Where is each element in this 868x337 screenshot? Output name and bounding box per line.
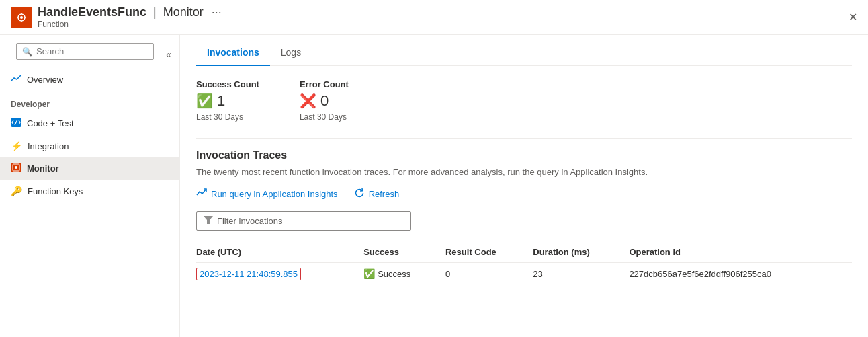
success-badge: ✅ Success <box>363 268 437 279</box>
layout: 🔍 « Overview Developer <box>0 35 868 337</box>
cell-duration: 23 <box>533 263 629 285</box>
cell-result-code: 0 <box>445 263 533 285</box>
divider <box>196 138 852 139</box>
table-header: Date (UTC) Success Result Code Duration … <box>196 241 852 263</box>
success-icon: ✅ <box>196 93 213 109</box>
sidebar-item-label: Monitor <box>27 163 59 174</box>
resource-name: HandleEventsFunc <box>38 5 146 20</box>
integration-icon: ⚡ <box>11 141 22 151</box>
sidebar-item-monitor[interactable]: Monitor <box>0 157 179 180</box>
close-button[interactable]: ✕ <box>849 11 857 24</box>
stats-row: Success Count ✅ 1 Last 30 Days Error Cou… <box>196 79 852 122</box>
table-body: 2023-12-11 21:48:59.855 ✅ Success 0 23 2… <box>196 263 852 285</box>
col-duration: Duration (ms) <box>533 241 629 263</box>
table-row: 2023-12-11 21:48:59.855 ✅ Success 0 23 2… <box>196 263 852 285</box>
error-count-stat: Error Count ❌ 0 Last 30 Days <box>300 79 349 122</box>
error-count-label: Error Count <box>300 79 349 89</box>
header-left: HandleEventsFunc | Monitor ··· Function <box>11 5 222 29</box>
page-title: Monitor <box>163 5 204 20</box>
error-count-sub: Last 30 Days <box>300 112 349 122</box>
invocations-table: Date (UTC) Success Result Code Duration … <box>196 241 852 285</box>
date-link[interactable]: 2023-12-11 21:48:59.855 <box>196 268 301 280</box>
section-description: The twenty most recent function invocati… <box>196 167 852 177</box>
code-test-icon <box>11 117 21 130</box>
svg-point-11 <box>15 166 17 169</box>
run-query-button[interactable]: Run query in Application Insights <box>196 188 338 200</box>
refresh-icon <box>354 188 365 200</box>
success-count-sub: Last 30 Days <box>196 112 259 122</box>
developer-section-label: Developer <box>0 91 179 112</box>
search-icon: 🔍 <box>22 47 32 57</box>
run-query-icon <box>196 188 207 200</box>
more-options-button[interactable]: ··· <box>212 5 222 20</box>
resource-type: Function <box>38 20 222 29</box>
sidebar-item-label: Code + Test <box>27 118 74 128</box>
tab-logs[interactable]: Logs <box>270 40 312 66</box>
col-date: Date (UTC) <box>196 241 363 263</box>
invocation-traces-section: Invocation Traces The twenty most recent… <box>196 149 852 285</box>
cell-date: 2023-12-11 21:48:59.855 <box>196 263 363 285</box>
tabs-container: Invocations Logs <box>196 35 852 66</box>
sidebar-item-label: Integration <box>28 141 69 151</box>
sidebar-item-function-keys[interactable]: 🔑 Function Keys <box>0 180 179 202</box>
sidebar-item-label: Function Keys <box>28 186 83 196</box>
monitor-icon <box>11 162 21 175</box>
cell-operation-id: 227dcb656a7e5f6e2fddff906f255ca0 <box>629 263 852 285</box>
main-content: Invocations Logs Success Count ✅ 1 Last … <box>180 35 868 337</box>
search-input[interactable] <box>36 46 148 57</box>
collapse-button[interactable]: « <box>166 49 171 60</box>
refresh-button[interactable]: Refresh <box>354 188 400 200</box>
col-result-code: Result Code <box>445 241 533 263</box>
col-success: Success <box>363 241 445 263</box>
header-separator: | <box>153 5 157 20</box>
sidebar: 🔍 « Overview Developer <box>0 35 180 337</box>
tab-invocations[interactable]: Invocations <box>196 40 270 66</box>
error-icon: ❌ <box>300 93 316 109</box>
svg-point-2 <box>20 16 23 19</box>
svg-marker-12 <box>204 216 213 224</box>
sidebar-item-code-test[interactable]: Code + Test <box>0 112 179 135</box>
sidebar-item-label: Overview <box>27 75 63 85</box>
header: HandleEventsFunc | Monitor ··· Function … <box>0 0 868 35</box>
success-count-label: Success Count <box>196 79 259 89</box>
filter-box[interactable]: Filter invocations <box>196 211 411 231</box>
error-count-value: ❌ 0 <box>300 92 349 110</box>
actions-row: Run query in Application Insights Refres… <box>196 188 852 200</box>
filter-placeholder: Filter invocations <box>217 216 283 226</box>
cell-success: ✅ Success <box>363 263 445 285</box>
resource-icon <box>11 7 32 28</box>
section-title: Invocation Traces <box>196 149 852 161</box>
search-box[interactable]: 🔍 <box>16 43 154 60</box>
sidebar-item-integration[interactable]: ⚡ Integration <box>0 135 179 157</box>
col-operation-id: Operation Id <box>629 241 852 263</box>
overview-icon <box>11 73 21 86</box>
success-count-stat: Success Count ✅ 1 Last 30 Days <box>196 79 259 122</box>
sidebar-item-overview[interactable]: Overview <box>0 68 179 91</box>
function-keys-icon: 🔑 <box>11 186 22 196</box>
success-count-value: ✅ 1 <box>196 92 259 110</box>
header-title-group: HandleEventsFunc | Monitor ··· Function <box>38 5 222 29</box>
filter-icon <box>204 216 213 226</box>
success-cell-icon: ✅ <box>363 268 375 279</box>
